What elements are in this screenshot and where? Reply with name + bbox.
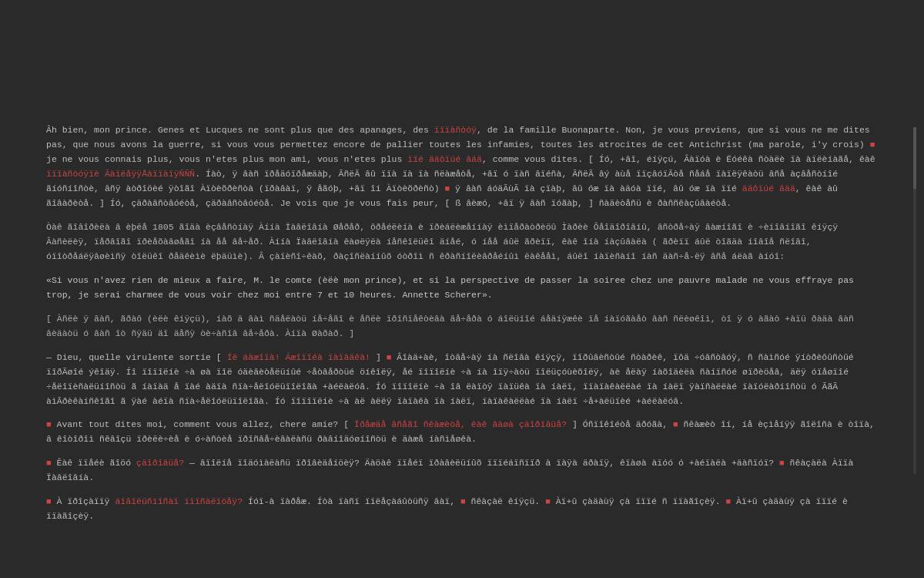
red-text-1: ïïïàñòóÿ [434, 125, 477, 135]
red-text-6: Ïðåæäå âñåãî ñêàæèòå, êàê âàøà çäîðîâüå? [354, 419, 567, 429]
icon-char-6: ■ [46, 459, 52, 468]
perspective-word: perspective [460, 275, 519, 285]
em-dash-1: — [46, 352, 52, 362]
text-content: Âh bien, mon prince. Genes et Lucques ne… [46, 15, 878, 524]
red-text-7: çäîðîâüå? [136, 458, 184, 468]
icon-char-2: ■ [445, 184, 450, 193]
icon-char-11: ■ [726, 497, 732, 506]
paragraph-1: Âh bien, mon prince. Genes et Lucques ne… [46, 123, 878, 211]
red-text-3: ïïïàñòóÿïè ÃàïëåÿÿÅàïïàïÿÑÑÑ [46, 169, 195, 179]
icon-char-4: ■ [46, 420, 52, 429]
icon-char-8: ■ [46, 497, 52, 506]
paragraph-6: ■ Avant tout dites moi, comment vous all… [46, 418, 878, 447]
page-container: Âh bien, mon prince. Genes et Lucques ne… [0, 0, 924, 578]
red-text-2: ïïé ääôïúé âää [407, 154, 482, 164]
paragraph-bracket: [ Àñëè ÿ âàñ, ãðàô (èëè êíÿçü), íàõ ä âà… [46, 312, 878, 341]
paragraph-8: ■ À ïðîçàïïÿ áîâîëüñíîñàï ïïïñàëïòåÿ? Íó… [46, 495, 878, 524]
icon-char-3: ■ [387, 353, 392, 362]
scrollbar-thumb[interactable] [913, 127, 916, 189]
paragraph-2: Òàê ãîâîðèëà â èþëå 1805 ãîäà èçâåñòíàÿ … [46, 220, 878, 264]
icon-char-9: ■ [460, 497, 466, 506]
icon-char-10: ■ [545, 497, 551, 506]
icon-char-5: ■ [673, 420, 678, 429]
paragraph-7: ■ Êàê ïïåéè ãîöó çäîðîâüå? — âïîëíå ïîäó… [46, 456, 878, 486]
red-text-5: Íë áàæîïà! Áæîïîéà ïàïàäêà! [227, 352, 370, 362]
icon-char-7: ■ [779, 459, 785, 468]
red-text-4: ääôïúé âää [742, 183, 795, 193]
icon-char-1: ■ [870, 140, 875, 150]
paragraph-5: — Dieu, quelle virulente sortie [ Íë áàæ… [46, 351, 878, 409]
paragraph-quote: «Si vous n'avez rien de mieux a faire, M… [46, 274, 878, 303]
red-text-8: áîâîëüñíîñàï ïïïñàëïòåÿ? [115, 496, 243, 506]
scrollbar-track[interactable] [913, 127, 916, 474]
